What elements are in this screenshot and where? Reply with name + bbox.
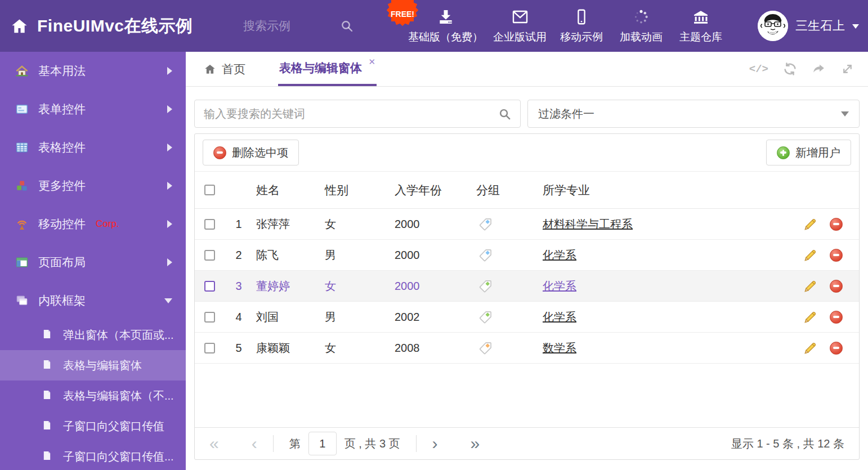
col-gender: 性别 — [322, 182, 392, 198]
header-nav-item[interactable]: 企业版试用 — [488, 8, 552, 44]
select-all-checkbox[interactable] — [204, 185, 215, 195]
table-row[interactable]: 5 康颖颖 女 2008 数学系 — [195, 333, 859, 364]
edit-icon[interactable] — [803, 248, 817, 262]
sidebar-item-label: 内联框架 — [38, 293, 86, 308]
tag-icon — [474, 248, 538, 262]
page-number-input[interactable] — [308, 432, 337, 455]
sidebar-subitem[interactable]: 子窗口向父窗口传值 — [0, 411, 186, 441]
delete-selected-button[interactable]: 删除选中项 — [203, 140, 299, 165]
delete-icon[interactable] — [830, 218, 843, 231]
search-icon[interactable] — [340, 19, 354, 33]
spinner-icon — [632, 8, 650, 26]
sidebar-subitem-label: 弹出窗体（本页面或... — [63, 328, 174, 343]
cell-gender: 男 — [322, 310, 392, 325]
tag-icon — [474, 310, 538, 324]
major-link[interactable]: 化学系 — [543, 249, 576, 261]
cell-name: 张萍萍 — [253, 217, 322, 232]
first-page-button[interactable]: « — [209, 435, 219, 452]
major-link[interactable]: 数学系 — [543, 342, 576, 354]
sidebar-subitem[interactable]: 弹出窗体（本页面或... — [0, 320, 186, 350]
chevron-icon — [167, 220, 172, 228]
chevron-down-icon — [841, 111, 849, 117]
header-nav-item[interactable]: 移动示例 — [552, 8, 611, 44]
expand-icon[interactable] — [840, 62, 854, 76]
cell-year: 2000 — [392, 249, 474, 262]
table-row[interactable]: 1 张萍萍 女 2000 材料科学与工程系 — [195, 209, 859, 240]
delete-icon[interactable] — [830, 342, 843, 355]
brand[interactable]: FineUIMvc在线示例 — [10, 0, 193, 52]
search-icon[interactable] — [498, 108, 511, 120]
tab-active[interactable]: 表格与编辑窗体 ✕ — [278, 52, 377, 86]
sidebar-item-label: 更多控件 — [38, 178, 86, 194]
sidebar-subitem[interactable]: 表格与编辑窗体 — [0, 350, 186, 381]
sidebar-subitem[interactable]: 子窗口向父窗口传值... — [0, 441, 186, 470]
major-link[interactable]: 材料科学与工程系 — [543, 218, 633, 230]
table-row[interactable]: 4 刘国 男 2002 化学系 — [195, 302, 859, 333]
grid-toolbar: 删除选中项 新增用户 — [195, 134, 859, 172]
filter-dropdown-value: 过滤条件一 — [538, 106, 594, 122]
header-nav-label: 企业版试用 — [493, 30, 547, 44]
sidebar-item[interactable]: 表单控件 — [0, 90, 186, 128]
keyword-search-input[interactable] — [204, 108, 498, 120]
close-icon[interactable]: ✕ — [368, 57, 375, 67]
sidebar-item[interactable]: 更多控件 — [0, 167, 186, 205]
add-user-button[interactable]: 新增用户 — [766, 140, 851, 165]
mobile-icon — [572, 8, 590, 26]
next-page-button[interactable]: › — [432, 435, 438, 452]
file-icon — [42, 450, 54, 463]
row-checkbox[interactable] — [204, 343, 215, 353]
chevron-icon — [167, 144, 172, 151]
last-page-button[interactable]: » — [471, 435, 480, 452]
delete-icon[interactable] — [830, 311, 843, 324]
prev-page-button[interactable]: ‹ — [252, 435, 257, 452]
frames-color-icon — [16, 294, 28, 307]
sidebar-item[interactable]: 内联框架 — [0, 281, 186, 320]
sidebar-item[interactable]: 基本用法 — [0, 52, 186, 90]
free-badge-label: FREE! — [386, 0, 419, 26]
table-row[interactable]: 2 陈飞 男 2000 化学系 — [195, 240, 859, 271]
share-icon[interactable] — [812, 62, 826, 76]
row-checkbox[interactable] — [204, 219, 215, 230]
file-icon — [42, 329, 54, 341]
edit-icon[interactable] — [803, 341, 817, 355]
delete-icon[interactable] — [830, 249, 843, 262]
user-menu[interactable]: 三生石上 — [758, 0, 859, 52]
edit-icon[interactable] — [803, 279, 817, 293]
row-number: 4 — [224, 311, 253, 324]
edit-icon[interactable] — [803, 217, 817, 231]
major-link[interactable]: 化学系 — [543, 311, 576, 323]
sidebar-item[interactable]: 页面布局 — [0, 243, 186, 281]
page-label-prefix: 第 — [289, 436, 301, 451]
header-nav-label: 移动示例 — [560, 30, 603, 44]
tab-active-label: 表格与编辑窗体 — [279, 60, 362, 76]
sidebar-item-label: 表格控件 — [38, 140, 86, 155]
sidebar-item[interactable]: 表格控件 — [0, 128, 186, 167]
file-icon — [42, 359, 54, 371]
cell-year: 2000 — [392, 280, 474, 293]
row-checkbox[interactable] — [204, 281, 215, 292]
file-icon — [42, 390, 54, 402]
main-content: 首页 表格与编辑窗体 ✕ </> 过滤条件一 删除选中项 — [186, 52, 868, 470]
sidebar-subitem-label: 子窗口向父窗口传值... — [63, 449, 174, 464]
envelope-icon — [511, 8, 529, 26]
row-number: 2 — [224, 249, 253, 262]
header-nav-item[interactable]: 主题仓库 — [671, 8, 731, 44]
code-icon[interactable]: </> — [749, 63, 768, 75]
header-nav-label: 加载动画 — [620, 30, 663, 44]
row-checkbox[interactable] — [204, 250, 215, 261]
refresh-icon[interactable] — [783, 62, 797, 76]
page-label-suffix: 页 , 共 3 页 — [344, 436, 400, 451]
sidebar: 基本用法 表单控件 表格控件 更多控件 移动控件 Corp. 页面布局 内联框架 — [0, 52, 186, 470]
filter-dropdown[interactable]: 过滤条件一 — [527, 100, 860, 128]
sidebar-item[interactable]: 移动控件 Corp. — [0, 205, 186, 243]
sidebar-subitem[interactable]: 表格与编辑窗体（不... — [0, 381, 186, 411]
header-search-input[interactable] — [243, 19, 328, 33]
header-nav-item[interactable]: 加载动画 — [611, 8, 671, 44]
row-checkbox[interactable] — [204, 312, 215, 323]
table-row[interactable]: 3 董婷婷 女 2000 化学系 — [195, 271, 859, 302]
tab-home[interactable]: 首页 — [204, 52, 245, 86]
app-title: FineUIMvc在线示例 — [37, 15, 193, 38]
delete-icon[interactable] — [830, 280, 843, 293]
major-link[interactable]: 化学系 — [543, 280, 576, 292]
edit-icon[interactable] — [803, 310, 817, 324]
